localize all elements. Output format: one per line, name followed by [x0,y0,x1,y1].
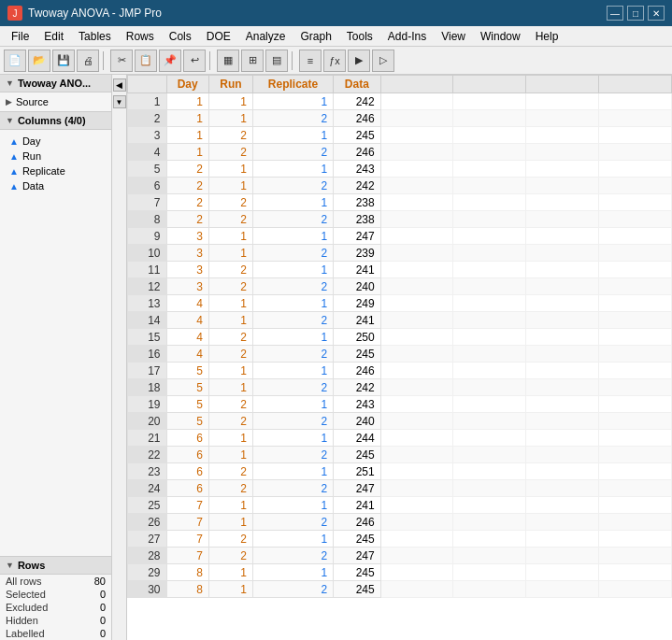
menu-doe[interactable]: DOE [199,28,238,45]
header-replicate[interactable]: Replicate [253,76,334,93]
close-button[interactable]: ✕ [648,6,665,21]
header-empty3 [526,76,599,93]
cell-empty [380,329,453,346]
menu-tables[interactable]: Tables [71,28,119,45]
cell-empty [453,329,526,346]
toolbar-paste[interactable]: 📌 [159,50,181,72]
menu-analyze[interactable]: Analyze [238,28,293,45]
toolbar-undo[interactable]: ↩ [183,50,206,72]
cell-run: 2 [208,396,252,413]
menu-window[interactable]: Window [473,28,528,45]
menu-graph[interactable]: Graph [293,28,338,45]
cell-run: 2 [208,211,252,228]
toolbar-sep3 [292,51,295,70]
cell-day: 5 [166,379,208,396]
toolbar-copy[interactable]: 📋 [135,50,157,72]
cell-empty [453,211,526,228]
toolbar-datatable[interactable]: ▦ [217,50,239,72]
column-run[interactable]: ▲ Run [4,149,107,164]
rows-title: Rows [18,560,45,571]
table-row: 26712246 [128,514,672,531]
cell-empty [599,480,672,497]
cell-rownum: 16 [128,346,167,363]
cell-empty [526,430,599,447]
main-content: ▼ Twoway ANO... ▶ Source ▼ Columns (4/0)… [0,75,672,640]
cell-rownum: 4 [128,144,167,161]
cell-empty [526,194,599,211]
columns-header[interactable]: ▼ Columns (4/0) [0,111,111,130]
rows-header[interactable]: ▼ Rows [0,556,111,575]
header-day[interactable]: Day [166,76,208,93]
cell-day: 8 [166,581,208,598]
cell-empty [453,245,526,262]
row-stat-hidden: Hidden 0 [0,614,111,627]
toolbar-rows-icon[interactable]: ≡ [299,50,322,72]
cell-replicate: 1 [253,93,334,110]
cell-empty [380,127,453,144]
cell-replicate: 2 [253,110,334,127]
header-data[interactable]: Data [334,76,381,93]
cell-run: 1 [208,447,252,463]
cell-empty [453,262,526,278]
minimize-button[interactable]: — [607,6,623,21]
cell-run: 2 [208,480,252,497]
selected-label: Selected [6,589,46,600]
table-row: 28722247 [128,548,672,564]
columns-triangle: ▼ [6,116,14,125]
column-day[interactable]: ▲ Day [4,134,107,149]
source-section[interactable]: ▶ Source [0,92,111,111]
toolbar-grid[interactable]: ⊞ [241,50,264,72]
cell-empty [599,379,672,396]
cell-empty [453,178,526,194]
toolbar-cut[interactable]: ✂ [110,50,133,72]
toolbar-save[interactable]: 💾 [52,50,75,72]
maximize-button[interactable]: □ [627,6,644,21]
cell-empty [526,564,599,581]
cell-data: 245 [334,447,381,463]
header-empty4 [599,76,672,93]
toolbar-formula[interactable]: ƒx [323,50,346,72]
toolbar-new[interactable]: 📄 [4,50,26,72]
menu-cols[interactable]: Cols [162,28,199,45]
cell-replicate: 2 [253,480,334,497]
cell-replicate: 2 [253,245,334,262]
column-replicate[interactable]: ▲ Replicate [4,164,107,178]
cell-empty [453,110,526,127]
column-data[interactable]: ▲ Data [4,178,107,193]
collapse-btn[interactable]: ◀ [113,78,126,92]
cell-empty [599,211,672,228]
cell-empty [526,178,599,194]
menu-tools[interactable]: Tools [339,28,380,45]
cell-day: 4 [166,329,208,346]
toolbar-script[interactable]: ▷ [372,50,394,72]
menu-help[interactable]: Help [528,28,566,45]
header-run[interactable]: Run [208,76,252,93]
cell-replicate: 1 [253,161,334,178]
cell-empty [380,463,453,480]
cell-data: 245 [334,127,381,144]
menu-edit[interactable]: Edit [36,28,71,45]
cell-run: 1 [208,363,252,379]
toolbar-col[interactable]: ▤ [265,50,288,72]
menu-addins[interactable]: Add-Ins [380,28,434,45]
menu-rows[interactable]: Rows [119,28,162,45]
cell-data: 247 [334,480,381,497]
table-row: 3121245 [128,127,672,144]
cell-empty [380,430,453,447]
data-table-area[interactable]: Day Run Replicate Data 11112422112246312… [127,75,672,640]
row-stat-all: All rows 80 [0,575,111,588]
filter-btn[interactable]: ▼ [113,95,126,108]
cell-data: 240 [334,278,381,295]
menu-view[interactable]: View [434,28,473,45]
toolbar-open[interactable]: 📂 [28,50,50,72]
table-row: 14412241 [128,312,672,329]
menu-file[interactable]: File [4,28,36,45]
toolbar-print[interactable]: 🖨 [77,50,99,72]
cell-empty [380,211,453,228]
panel-header[interactable]: ▼ Twoway ANO... [0,75,111,92]
toolbar-run[interactable]: ▶ [348,50,370,72]
cell-empty [526,497,599,514]
cell-day: 7 [166,531,208,548]
cell-empty [526,245,599,262]
cell-day: 4 [166,346,208,363]
